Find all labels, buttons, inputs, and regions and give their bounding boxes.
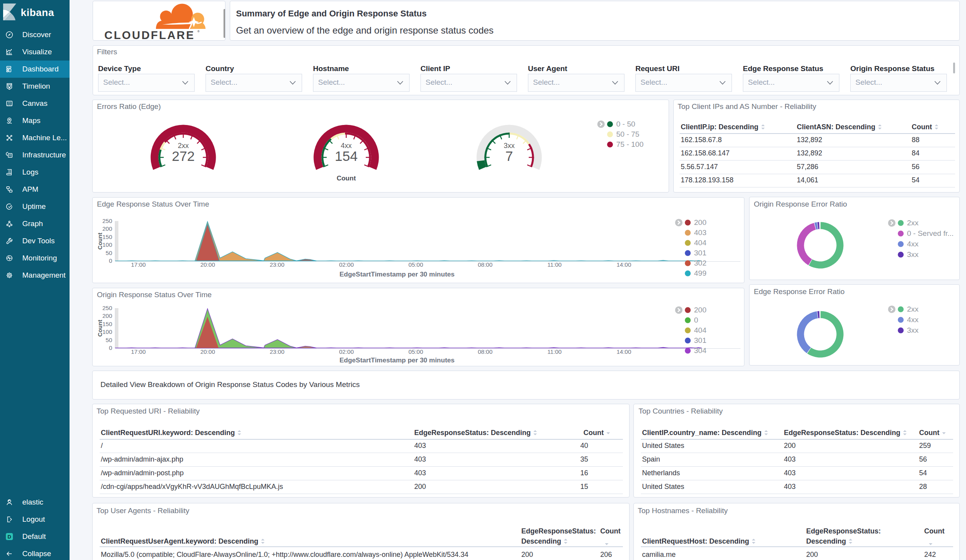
svg-text:2xx: 2xx bbox=[907, 305, 919, 313]
svg-text:®: ® bbox=[197, 30, 200, 33]
svg-text:4xx: 4xx bbox=[907, 316, 919, 324]
svg-text:404: 404 bbox=[694, 239, 707, 247]
svg-text:200: 200 bbox=[694, 218, 707, 226]
svg-text:272: 272 bbox=[172, 148, 195, 164]
svg-text:7: 7 bbox=[505, 148, 513, 164]
svg-text:3xx: 3xx bbox=[907, 250, 919, 259]
svg-text:301: 301 bbox=[694, 336, 707, 344]
svg-text:0 - 50: 0 - 50 bbox=[616, 120, 635, 128]
svg-text:4xx: 4xx bbox=[907, 240, 919, 248]
svg-text:304: 304 bbox=[694, 346, 707, 355]
svg-text:3xx: 3xx bbox=[907, 326, 919, 334]
svg-text:0: 0 bbox=[694, 316, 698, 324]
svg-text:0 - Served fr...: 0 - Served fr... bbox=[907, 229, 953, 237]
svg-text:154: 154 bbox=[335, 148, 358, 164]
svg-text:Count: Count bbox=[336, 175, 356, 182]
svg-text:301: 301 bbox=[694, 249, 707, 257]
svg-text:50 - 75: 50 - 75 bbox=[616, 130, 639, 138]
svg-text:499: 499 bbox=[694, 269, 707, 277]
svg-text:CLOUDFLARE: CLOUDFLARE bbox=[104, 29, 195, 41]
svg-text:302: 302 bbox=[694, 259, 707, 267]
svg-text:200: 200 bbox=[694, 306, 707, 314]
svg-text:75 - 100: 75 - 100 bbox=[616, 140, 644, 148]
svg-text:2xx: 2xx bbox=[907, 219, 919, 227]
svg-text:404: 404 bbox=[694, 326, 707, 334]
svg-text:403: 403 bbox=[694, 228, 707, 237]
svg-text:D: D bbox=[7, 534, 11, 540]
